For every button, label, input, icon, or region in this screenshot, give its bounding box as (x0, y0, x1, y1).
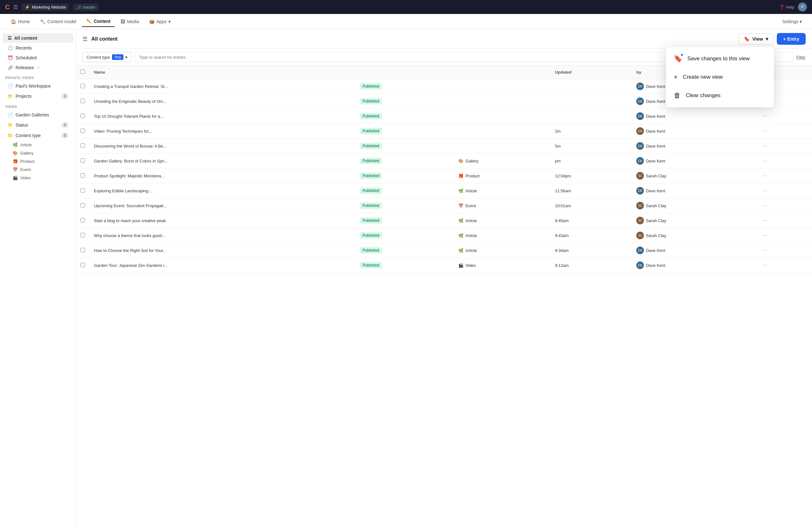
row-name[interactable]: Start a blog to reach your creative peak (89, 213, 356, 228)
more-options-button[interactable]: ··· (761, 128, 769, 134)
sidebar-sub-event[interactable]: 📅 Event (2, 166, 73, 174)
row-checkbox-cell[interactable] (76, 228, 89, 243)
more-options-button[interactable]: ··· (761, 247, 769, 254)
user-avatar[interactable]: P (798, 2, 807, 11)
more-options-button[interactable]: ··· (761, 142, 769, 149)
row-status: Published (356, 154, 454, 169)
row-name[interactable]: Garden Gallery: Burst of Colors in Spri.… (89, 154, 356, 169)
row-name[interactable]: Discovering the World of Bonsai: A Be... (89, 139, 356, 154)
row-status: Published (356, 183, 454, 198)
row-more[interactable]: ··· (756, 124, 812, 139)
nav-item-content-model[interactable]: 🔧 Content model (35, 16, 81, 27)
row-checkbox-cell[interactable] (76, 139, 89, 154)
row-name[interactable]: Top 10 Drought-Tolerant Plants for a... (89, 109, 356, 124)
row-name[interactable]: Garden Tour: Japanese Zen Gardens i... (89, 258, 356, 273)
row-checkbox[interactable] (81, 129, 85, 133)
row-checkbox-cell[interactable] (76, 109, 89, 124)
row-name[interactable]: Product Spotlight: Majestic Monstera... (89, 169, 356, 183)
row-checkbox[interactable] (81, 248, 85, 252)
row-name[interactable]: Why choose a theme that looks good... (89, 228, 356, 243)
menu-icon[interactable]: ☰ (13, 4, 18, 10)
sidebar-item-all-content[interactable]: ☰ All content (2, 33, 73, 43)
row-checkbox-cell[interactable] (76, 198, 89, 213)
row-name[interactable]: How to Choose the Right Soil for Your... (89, 243, 356, 258)
more-options-button[interactable]: ··· (761, 172, 769, 179)
sidebar-sub-product[interactable]: 🎁 Product (2, 157, 73, 165)
row-checkbox-cell[interactable] (76, 94, 89, 109)
content-type-filter[interactable]: Content type Any ▾ (83, 52, 132, 62)
branch-selector[interactable]: ⎇ master (73, 3, 99, 11)
more-options-button[interactable]: ··· (761, 262, 769, 269)
add-entry-button[interactable]: + Entry (777, 33, 806, 45)
row-checkbox[interactable] (81, 263, 85, 267)
row-more[interactable]: ··· (756, 183, 812, 198)
more-options-button[interactable]: ··· (761, 232, 769, 239)
row-name[interactable]: Unveiling the Enigmatic Beauty of Orc... (89, 94, 356, 109)
sidebar-sub-article[interactable]: 🌿 Article (2, 141, 73, 149)
row-checkbox[interactable] (81, 188, 85, 192)
settings-button[interactable]: Settings ▾ (779, 17, 806, 26)
row-checkbox[interactable] (81, 143, 85, 148)
nav-item-content[interactable]: ✏️ Content (82, 16, 115, 27)
view-button[interactable]: 🔖 View ▾ (738, 33, 774, 45)
row-name[interactable]: Video: Pruning Techniques for... (89, 124, 356, 139)
row-name[interactable]: Creating a Tranquil Garden Retreat: St..… (89, 79, 356, 94)
filter-link[interactable]: Filter (796, 55, 806, 60)
row-more[interactable]: ··· (756, 258, 812, 273)
dropdown-clear-changes[interactable]: 🗑 Clear changes (666, 86, 774, 105)
nav-item-media[interactable]: 🖼 Media (116, 16, 143, 27)
more-options-button[interactable]: ··· (761, 202, 769, 209)
row-more[interactable]: ··· (756, 198, 812, 213)
row-more[interactable]: ··· (756, 109, 812, 124)
row-more[interactable]: ··· (756, 228, 812, 243)
table-row: Why choose a theme that looks good... Pu… (76, 228, 812, 243)
row-checkbox-cell[interactable] (76, 124, 89, 139)
select-all-checkbox[interactable] (81, 70, 85, 74)
dropdown-create-new-view[interactable]: + Create new view (666, 68, 774, 86)
row-checkbox-cell[interactable] (76, 258, 89, 273)
nav-item-home[interactable]: 🏠 Home (6, 16, 34, 27)
row-checkbox-cell[interactable] (76, 183, 89, 198)
row-more[interactable]: ··· (756, 154, 812, 169)
main-content: ☰ All content 🔖 View ▾ + Entry (76, 29, 812, 528)
sidebar-item-projects[interactable]: 📁 Projects 2 (2, 91, 73, 101)
row-more[interactable]: ··· (756, 139, 812, 154)
more-options-button[interactable]: ··· (761, 157, 769, 165)
row-checkbox[interactable] (81, 114, 85, 118)
row-more[interactable]: ··· (756, 213, 812, 228)
nav-settings[interactable]: Settings ▾ (779, 17, 806, 26)
sidebar-item-releases[interactable]: 🔗 Releases ↗ (2, 63, 73, 72)
row-name[interactable]: Exploring Edible Landscaping:... (89, 183, 356, 198)
row-checkbox-cell[interactable] (76, 213, 89, 228)
row-checkbox[interactable] (81, 233, 85, 237)
nav-item-apps[interactable]: 📦 Apps ▾ (145, 16, 175, 27)
select-all-col[interactable] (76, 66, 89, 79)
row-more[interactable]: ··· (756, 169, 812, 183)
row-checkbox[interactable] (81, 99, 85, 103)
sidebar-item-content-type[interactable]: 📁 Content type 5 (2, 130, 73, 141)
sidebar-item-pauls-workspace[interactable]: 📄 Paul's Workspace (2, 81, 73, 91)
row-checkbox[interactable] (81, 158, 85, 163)
row-checkbox-cell[interactable] (76, 79, 89, 94)
row-checkbox[interactable] (81, 84, 85, 88)
project-selector[interactable]: ⚡ Marketing Website (21, 3, 69, 11)
more-options-button[interactable]: ··· (761, 113, 769, 119)
row-checkbox-cell[interactable] (76, 169, 89, 183)
row-checkbox[interactable] (81, 218, 85, 223)
sidebar-item-recents[interactable]: 🕐 Recents (2, 43, 73, 53)
row-name[interactable]: Upcoming Event: Succulent Propagati... (89, 198, 356, 213)
dropdown-save-changes[interactable]: 🔖 Save changes to this view (666, 49, 774, 68)
row-checkbox-cell[interactable] (76, 154, 89, 169)
sidebar-item-garden-galleries[interactable]: 📄 Garden Galleries (2, 110, 73, 119)
row-more[interactable]: ··· (756, 243, 812, 258)
row-checkbox[interactable] (81, 203, 85, 208)
sidebar-item-status[interactable]: 📁 Status 4 (2, 120, 73, 130)
sidebar-sub-gallery[interactable]: 🎨 Gallery (2, 149, 73, 157)
sidebar-sub-video[interactable]: 🎬 Video (2, 174, 73, 182)
help-button[interactable]: ❓ Help (779, 5, 794, 10)
sidebar-item-scheduled[interactable]: ⏰ Scheduled (2, 53, 73, 62)
more-options-button[interactable]: ··· (761, 217, 769, 224)
row-checkbox[interactable] (81, 173, 85, 178)
more-options-button[interactable]: ··· (761, 187, 769, 194)
row-checkbox-cell[interactable] (76, 243, 89, 258)
